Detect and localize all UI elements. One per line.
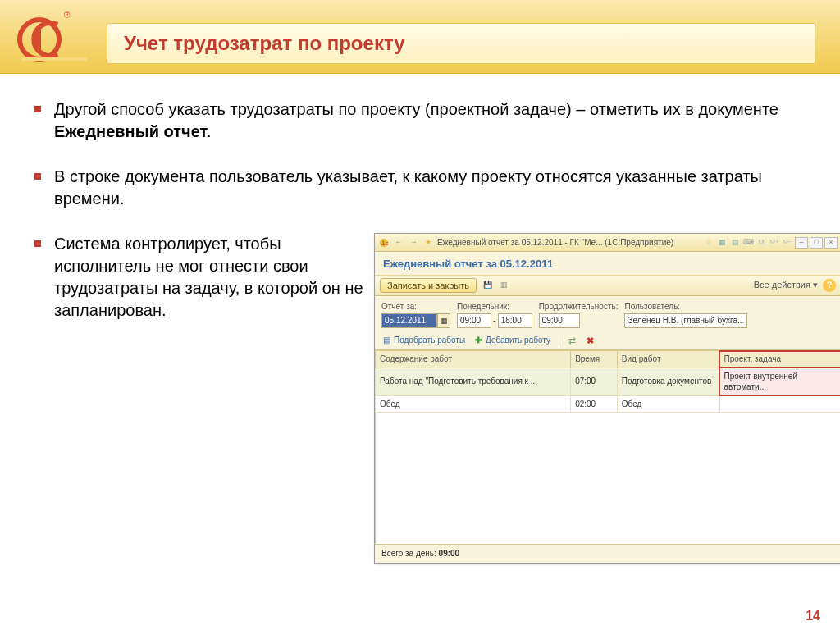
label-user: Пользователь:	[624, 301, 834, 313]
back-icon[interactable]: ←	[393, 237, 404, 249]
logo-1c: ®	[16, 8, 90, 64]
calc-icon[interactable]: ⌨	[742, 237, 754, 249]
close-icon[interactable]: ×	[824, 237, 838, 249]
svg-rect-3	[21, 57, 87, 61]
save-close-button[interactable]: Записать и закрыть	[380, 278, 477, 293]
svg-text:1c: 1c	[381, 240, 388, 247]
delete-icon[interactable]: ✖	[586, 336, 596, 345]
col-time[interactable]: Время	[571, 351, 618, 368]
header-band: ® Учет трудозатрат по проекту	[0, 0, 840, 74]
col-project[interactable]: Проект, задача	[719, 351, 840, 368]
table-row[interactable]: Работа над "Подготовить требования к ...…	[376, 368, 841, 395]
bullet-1: Другой способ указать трудозатраты по пр…	[33, 98, 807, 143]
save-icon[interactable]: 💾	[482, 280, 493, 291]
m-minus-icon[interactable]: M−	[782, 237, 793, 249]
sub-toolbar: ▤ Подобрать работы ✚ Добавить работу ⇄ ✖	[375, 331, 840, 350]
fwd-icon[interactable]: →	[408, 237, 419, 249]
fields-row: Отчет за: 05.12.2011 ▦ Понедельник:	[375, 296, 840, 332]
maximize-icon[interactable]: □	[810, 237, 823, 249]
label-weekday: Понедельник:	[457, 301, 532, 313]
svg-text:®: ®	[64, 11, 71, 20]
table-empty-area[interactable]	[375, 413, 840, 544]
works-table[interactable]: Содержание работ Время Вид работ Проект,…	[375, 350, 840, 413]
report-icon[interactable]: ▥	[498, 280, 509, 291]
m-plus-icon[interactable]: M+	[769, 237, 780, 249]
time-to-input[interactable]: 18:00	[498, 313, 532, 328]
table-row[interactable]: Обед 02:00 Обед	[376, 395, 841, 413]
plus-icon: ✚	[473, 336, 483, 345]
content-area: Другой способ указать трудозатраты по пр…	[33, 98, 807, 605]
app-icon: 1c	[378, 237, 390, 249]
bullet-3: Система контролирует, чтобы исполнитель …	[33, 233, 807, 564]
pick-works-button[interactable]: ▤ Подобрать работы	[381, 335, 465, 346]
tool-icon-2[interactable]: ▤	[729, 237, 741, 249]
label-date: Отчет за:	[381, 301, 450, 313]
star-icon[interactable]: ★	[422, 237, 434, 249]
add-work-button[interactable]: ✚ Добавить работу	[473, 335, 550, 346]
label-duration: Продолжительность:	[539, 301, 619, 313]
document-title: Ежедневный отчет за 05.12.2011	[375, 252, 840, 275]
window-titlebar[interactable]: 1c ← → ★ Ежедневный отчет за 05.12.2011 …	[375, 234, 840, 252]
col-content[interactable]: Содержание работ	[376, 351, 571, 368]
table-header-row: Содержание работ Время Вид работ Проект,…	[376, 351, 841, 368]
page-number: 14	[806, 609, 820, 623]
m-icon[interactable]: M	[756, 237, 767, 249]
fav-icon[interactable]: ☆	[703, 237, 714, 249]
date-picker-button[interactable]: ▦	[437, 313, 450, 328]
main-toolbar: Записать и закрыть 💾 ▥ Все действия ▾ ?	[375, 275, 840, 296]
minimize-icon[interactable]: –	[795, 237, 808, 249]
swap-icon[interactable]: ⇄	[568, 336, 578, 345]
help-icon[interactable]: ?	[823, 279, 836, 292]
slide: ® Учет трудозатрат по проекту Другой спо…	[0, 0, 840, 630]
app-window: 1c ← → ★ Ежедневный отчет за 05.12.2011 …	[374, 233, 840, 564]
time-from-input[interactable]: 09:00	[457, 313, 491, 328]
status-bar: Всего за день: 09:00	[375, 544, 840, 563]
bullet-2: В строке документа пользователь указывае…	[33, 166, 807, 210]
user-input[interactable]: Зеленец Н.В. (главный бухга...	[624, 313, 747, 328]
date-input[interactable]: 05.12.2011	[381, 313, 437, 328]
window-title-text: Ежедневный отчет за 05.12.2011 - ГК "Ме.…	[437, 237, 700, 249]
slide-title: Учет трудозатрат по проекту	[124, 32, 405, 55]
duration-input[interactable]: 09:00	[539, 313, 580, 328]
list-icon: ▤	[381, 336, 391, 345]
tool-icon-1[interactable]: ▦	[716, 237, 728, 249]
col-kind[interactable]: Вид работ	[617, 351, 719, 368]
title-bar: Учет трудозатрат по проекту	[107, 23, 815, 64]
all-actions-link[interactable]: Все действия ▾	[754, 279, 818, 291]
